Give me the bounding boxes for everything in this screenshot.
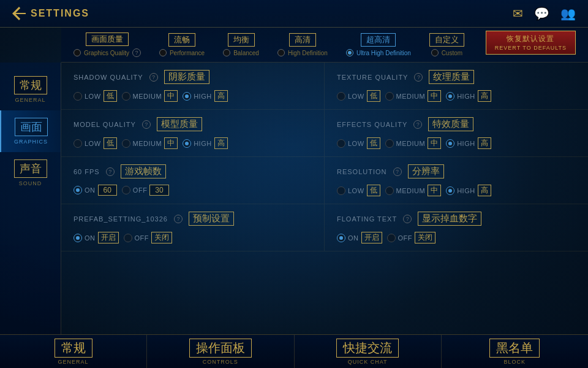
resolution-low-radio[interactable]: [337, 186, 345, 195]
texture-low-option[interactable]: LOW 低: [337, 90, 380, 102]
model-quality-help[interactable]: ?: [142, 120, 151, 129]
effects-quality-help[interactable]: ?: [413, 120, 422, 129]
bottom-nav-block-cn: 黑名单: [489, 339, 540, 358]
floating-on-option[interactable]: ON 开启: [337, 232, 382, 243]
quality-custom[interactable]: 自定义 Custom: [429, 33, 464, 56]
resolution-medium-radio[interactable]: [385, 186, 394, 195]
model-low-cn: 低: [104, 137, 117, 149]
quality-graphics-radio[interactable]: [74, 49, 81, 56]
resolution-high-option[interactable]: HIGH 高: [446, 185, 491, 196]
quality-graphics-help[interactable]: ?: [132, 48, 141, 57]
model-medium-option[interactable]: MEDIUM 中: [122, 137, 178, 149]
sidebar-item-graphics[interactable]: 画面 GRAPHICS: [0, 110, 61, 152]
effects-low-option[interactable]: LOW 低: [337, 137, 380, 149]
resolution-help[interactable]: ?: [393, 167, 402, 176]
fps-cn: 游戏帧数: [121, 164, 166, 178]
shadow-quality-help[interactable]: ?: [149, 73, 158, 82]
floating-text-options: ON 开启 OFF 关闭: [337, 232, 576, 243]
quality-performance-radio[interactable]: [159, 49, 167, 56]
texture-quality-help[interactable]: ?: [414, 73, 423, 82]
model-medium-radio[interactable]: [122, 139, 130, 148]
friends-icon[interactable]: 👥: [560, 6, 576, 21]
effects-high-radio[interactable]: [446, 139, 454, 148]
quality-balanced[interactable]: 均衡 Balanced: [223, 33, 259, 56]
quality-custom-radio[interactable]: [431, 49, 439, 56]
floating-off-radio[interactable]: [387, 234, 396, 242]
back-arrow-icon: [12, 7, 26, 20]
quality-hd-radio[interactable]: [277, 49, 285, 56]
fps-section: 60 FPS ? 游戏帧数 ON 60 OFF 30: [61, 157, 325, 204]
quality-balanced-radio[interactable]: [223, 49, 230, 56]
quality-uhd[interactable]: 超高清 Ultra High Definition: [346, 33, 411, 56]
texture-high-option[interactable]: HIGH 高: [446, 90, 491, 102]
floating-text-en: FLOATING TEXT: [337, 215, 397, 223]
model-low-option[interactable]: LOW 低: [74, 137, 117, 149]
quality-hd[interactable]: 高清 High Definition: [277, 33, 328, 56]
bottom-nav-controls[interactable]: 操作面板 CONTROLS: [147, 335, 294, 368]
bottom-nav-quickchat-cn: 快捷交流: [336, 339, 399, 358]
prefab-options: ON 开启 OFF 关闭: [74, 232, 312, 243]
texture-medium-option[interactable]: MEDIUM 中: [385, 90, 442, 102]
texture-high-radio[interactable]: [446, 92, 454, 101]
resolution-medium-option[interactable]: MEDIUM 中: [385, 185, 442, 196]
quality-hd-cn: 高清: [289, 33, 316, 47]
back-button[interactable]: SETTINGS: [12, 7, 89, 20]
prefab-off-option[interactable]: OFF 关闭: [124, 232, 173, 243]
sidebar-item-general[interactable]: 常规 GENERAL: [0, 69, 61, 110]
fps-help[interactable]: ?: [106, 167, 115, 176]
prefab-on-option[interactable]: ON 开启: [74, 232, 119, 243]
prefab-off-radio[interactable]: [124, 234, 132, 242]
shadow-high-option[interactable]: HIGH 高: [183, 90, 228, 102]
texture-low-radio[interactable]: [337, 92, 345, 101]
model-high-radio[interactable]: [183, 139, 191, 148]
bottom-nav-quickchat-en: QUICK CHAT: [348, 359, 388, 365]
prefab-off-cn: 关闭: [151, 232, 172, 243]
effects-high-option[interactable]: HIGH 高: [446, 137, 491, 149]
shadow-medium-option[interactable]: MEDIUM 中: [122, 90, 178, 102]
prefab-on-radio[interactable]: [74, 234, 82, 242]
fps-on-radio[interactable]: [74, 186, 82, 194]
prefab-help[interactable]: ?: [174, 215, 183, 223]
texture-medium-en: MEDIUM: [396, 93, 426, 100]
shadow-low-en: LOW: [85, 93, 101, 100]
model-low-radio[interactable]: [74, 139, 82, 148]
revert-defaults-button[interactable]: 恢复默认设置 REVERT TO DEFAULTS: [486, 31, 576, 55]
bottom-nav-quickchat[interactable]: 快捷交流 QUICK CHAT: [295, 335, 442, 368]
chat-icon[interactable]: 💬: [534, 6, 549, 21]
effects-medium-option[interactable]: MEDIUM 中: [385, 137, 442, 149]
shadow-low-radio[interactable]: [74, 92, 82, 101]
mail-icon[interactable]: ✉: [513, 6, 523, 21]
bottom-nav-block[interactable]: 黑名单 BLOCK: [442, 335, 588, 368]
quality-performance[interactable]: 流畅 Performance: [159, 33, 205, 56]
quality-graphics[interactable]: 画面质量 Graphics Quality ?: [74, 33, 141, 57]
resolution-en: RESOLUTION: [337, 168, 387, 175]
effects-medium-radio[interactable]: [385, 139, 394, 148]
effects-low-cn: 低: [367, 137, 380, 149]
floating-on-radio[interactable]: [337, 234, 345, 242]
floating-text-help[interactable]: ?: [403, 215, 412, 223]
shadow-medium-radio[interactable]: [122, 92, 130, 101]
model-quality-options: LOW 低 MEDIUM 中 HIGH 高: [74, 137, 312, 149]
fps-on-option[interactable]: ON 60: [74, 185, 117, 196]
quality-uhd-radio[interactable]: [346, 49, 353, 56]
effects-low-radio[interactable]: [337, 139, 345, 148]
resolution-low-cn: 低: [367, 185, 380, 196]
effects-high-en: HIGH: [457, 140, 475, 147]
shadow-quality-en: SHADOW QUALITY: [74, 74, 143, 81]
bottom-nav-general[interactable]: 常规 GENERAL: [0, 335, 147, 368]
shadow-high-radio[interactable]: [183, 92, 191, 101]
bottom-nav-controls-cn: 操作面板: [189, 339, 252, 358]
quality-uhd-cn: 超高清: [361, 33, 396, 47]
quality-graphics-en: Graphics Quality: [84, 50, 129, 56]
resolution-medium-en: MEDIUM: [396, 187, 426, 194]
model-high-option[interactable]: HIGH 高: [183, 137, 228, 149]
sidebar-general-cn: 常规: [14, 76, 47, 94]
resolution-low-option[interactable]: LOW 低: [337, 185, 380, 196]
shadow-low-option[interactable]: LOW 低: [74, 90, 117, 102]
resolution-high-radio[interactable]: [446, 186, 454, 195]
texture-medium-radio[interactable]: [385, 92, 394, 101]
fps-off-radio[interactable]: [122, 186, 130, 194]
floating-off-option[interactable]: OFF 关闭: [387, 232, 436, 243]
fps-off-option[interactable]: OFF 30: [122, 185, 169, 196]
sidebar-item-sound[interactable]: 声音 SOUND: [0, 152, 61, 194]
